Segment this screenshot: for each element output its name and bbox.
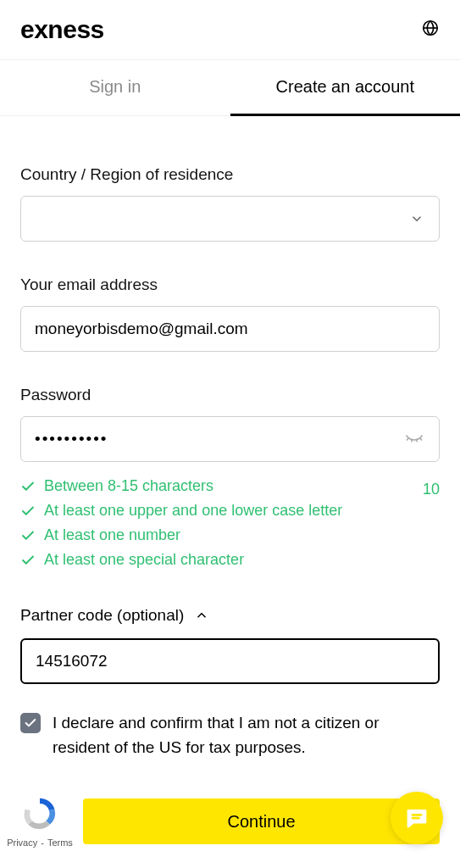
toggle-password-visibility[interactable] <box>404 427 424 451</box>
eye-closed-icon <box>404 427 424 448</box>
chat-button[interactable] <box>391 792 443 844</box>
recaptcha-icon <box>21 795 58 832</box>
email-label: Your email address <box>20 275 440 294</box>
check-icon <box>20 479 36 494</box>
email-input[interactable] <box>20 306 440 352</box>
logo: exness <box>20 15 104 44</box>
check-icon <box>20 528 36 543</box>
country-label: Country / Region of residence <box>20 165 440 184</box>
check-icon <box>24 716 37 730</box>
check-icon <box>20 553 36 568</box>
password-label: Password <box>20 386 440 404</box>
country-field-group: Country / Region of residence <box>20 165 440 242</box>
password-field-group: Password Between 8-15 characters 10 At <box>20 386 440 569</box>
password-rule-text: At least one upper and one lower case le… <box>44 502 342 520</box>
partner-code-label: Partner code (optional) <box>20 606 184 625</box>
password-rule: At least one number <box>20 526 440 544</box>
recaptcha-dash: - <box>41 837 44 848</box>
chevron-up-icon <box>194 608 209 623</box>
us-tax-declaration-text: I declare and confirm that I am not a ci… <box>53 711 440 760</box>
partner-code-toggle[interactable]: Partner code (optional) <box>20 606 440 625</box>
us-tax-declaration-row: I declare and confirm that I am not a ci… <box>20 711 440 760</box>
password-rules: Between 8-15 characters 10 At least one … <box>20 477 440 569</box>
header: exness <box>0 0 460 60</box>
country-select[interactable] <box>20 196 440 242</box>
password-rule: At least one upper and one lower case le… <box>20 502 440 520</box>
language-button[interactable] <box>421 19 440 41</box>
password-rule-text: At least one special character <box>44 551 244 569</box>
globe-icon <box>421 19 440 37</box>
us-tax-declaration-checkbox[interactable] <box>20 713 41 733</box>
password-rule-text: At least one number <box>44 526 180 544</box>
tab-signin[interactable]: Sign in <box>0 60 230 116</box>
tab-create-account[interactable]: Create an account <box>230 60 461 116</box>
password-input[interactable] <box>20 416 440 462</box>
continue-button[interactable]: Continue <box>83 798 440 844</box>
chat-icon <box>404 805 430 831</box>
recaptcha-badge[interactable]: Privacy - Terms <box>7 795 73 848</box>
password-rule: Between 8-15 characters <box>20 477 213 495</box>
signup-form: Country / Region of residence Your email… <box>0 116 460 760</box>
password-char-count: 10 <box>423 481 440 498</box>
recaptcha-privacy-link[interactable]: Privacy <box>7 837 37 848</box>
auth-tabs: Sign in Create an account <box>0 60 460 116</box>
password-rule: At least one special character <box>20 551 440 569</box>
email-field-group: Your email address <box>20 275 440 352</box>
recaptcha-terms-link[interactable]: Terms <box>47 837 73 848</box>
partner-code-input[interactable] <box>20 638 440 684</box>
check-icon <box>20 504 36 519</box>
password-rule-text: Between 8-15 characters <box>44 477 213 495</box>
